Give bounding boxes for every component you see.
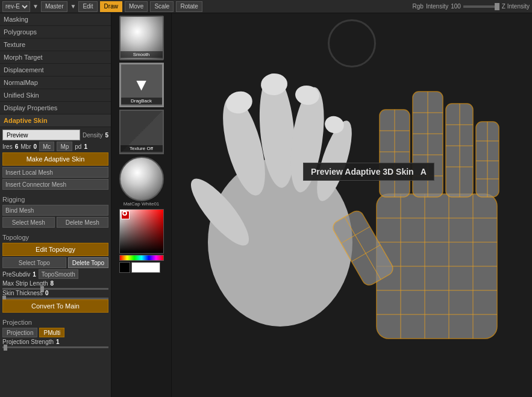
projection-btn[interactable]: Projection (2, 328, 37, 337)
adaptive-skin-title: Adaptive Skin (0, 114, 111, 127)
main-area: Masking Polygroups Texture Morph Target … (0, 13, 532, 397)
sidebar: Masking Polygroups Texture Morph Target … (0, 13, 111, 397)
insert-connector-mesh-btn[interactable]: Insert Connector Mesh (2, 179, 108, 190)
draw-btn[interactable]: Draw (100, 1, 122, 12)
bw-row (119, 262, 164, 273)
make-adaptive-skin-btn[interactable]: Make Adaptive Skin (2, 152, 108, 166)
toposmooth-btn[interactable]: TopoSmooth (39, 269, 78, 279)
ires-row: Ires 6 Mbr 0 Mc Mp pd 1 (2, 142, 108, 151)
center-panel: Smooth ▼ DragBack Texture Off MatCap Whi… (111, 13, 172, 397)
edit-topology-btn[interactable]: Edit Topology (2, 243, 108, 256)
projection-section: Projection Projection PMulti Projection … (0, 316, 111, 351)
convert-to-main-btn[interactable]: Convert To Main (2, 299, 108, 313)
presubdiv-row: PreSubdiv 1 TopoSmooth (2, 269, 108, 279)
proj-strength-slider[interactable] (2, 346, 108, 348)
mesh-btn-row: Select Mesh Delete Mesh (2, 217, 108, 228)
sidebar-item-morph-target[interactable]: Morph Target (0, 51, 111, 64)
move-btn[interactable]: Move (125, 1, 148, 12)
matcap-thumb-wrap[interactable]: MatCap White01 (119, 157, 164, 207)
color-cursor (122, 211, 127, 216)
delete-mesh-btn[interactable]: Delete Mesh (57, 217, 109, 228)
pmulti-btn[interactable]: PMulti (39, 328, 64, 337)
preview-btn[interactable]: Preview (2, 130, 80, 140)
sidebar-item-display-properties[interactable]: Display Properties (0, 102, 111, 114)
color-picker (119, 209, 164, 273)
dragback-label: DragBack (121, 98, 162, 104)
smooth-material-thumb[interactable]: Smooth (119, 16, 164, 60)
ires-label: Ires (2, 143, 13, 150)
hue-slider[interactable] (119, 255, 164, 261)
density-label: Density (83, 132, 102, 139)
edit-btn[interactable]: Edit (78, 1, 97, 12)
intensity-value: 100 (451, 3, 461, 10)
sidebar-item-texture[interactable]: Texture (0, 39, 111, 51)
hand-mesh-render (172, 13, 532, 397)
proj-btn-row: Projection PMulti (2, 328, 108, 337)
topo-row: Select Topo Delete Topo (2, 257, 108, 268)
rgb-label: Rgb (413, 3, 424, 10)
rigging-title: Rigging (2, 196, 108, 203)
topology-section: Topology Edit Topology Select Topo Delet… (0, 231, 111, 316)
bind-mesh-btn[interactable]: Bind Mesh (2, 205, 108, 216)
white-swatch[interactable] (131, 262, 160, 273)
viewport-tooltip: Preview Adaptive 3D Skin A (303, 163, 434, 181)
proj-strength-slider-wrap (2, 346, 108, 348)
black-swatch[interactable] (119, 262, 130, 273)
density-value: 5 (105, 132, 108, 139)
rigging-section: Rigging Bind Mesh Select Mesh Delete Mes… (0, 193, 111, 231)
delete-topo-btn[interactable]: Delete Topo (68, 257, 108, 268)
viewport[interactable]: Preview Adaptive 3D Skin A (172, 13, 532, 397)
tooltip-hotkey: A (421, 167, 427, 177)
adaptive-skin-section: Preview Density 5 Ires 6 Mbr 0 Mc Mp pd … (0, 127, 111, 193)
mp-btn[interactable]: Mp (57, 142, 72, 151)
sidebar-item-unified-skin[interactable]: Unified Skin (0, 89, 111, 102)
sidebar-item-polygroups[interactable]: Polygroups (0, 26, 111, 39)
sidebar-item-masking[interactable]: Masking (0, 13, 111, 26)
intensity-slider[interactable] (463, 5, 499, 8)
color-picker-main[interactable] (119, 209, 164, 254)
smooth-label: Smooth (120, 51, 163, 58)
matcap-label: MatCap White01 (119, 201, 164, 207)
dragback-material-thumb[interactable]: ▼ DragBack (119, 63, 164, 107)
select-mesh-btn[interactable]: Select Mesh (2, 217, 55, 228)
select-topo-btn[interactable]: Select Topo (2, 257, 66, 268)
sidebar-item-normalmap[interactable]: NormalMap (0, 77, 111, 89)
texture-off-label: Texture Off (120, 145, 163, 152)
ires-value: 6 (15, 143, 19, 150)
tooltip-text: Preview Adaptive 3D Skin (311, 167, 414, 177)
texture-off-thumb[interactable]: Texture Off (119, 110, 164, 154)
projection-title: Projection (2, 319, 108, 326)
sidebar-item-displacement[interactable]: Displacement (0, 64, 111, 77)
smooth-thumb-img[interactable]: Smooth (119, 16, 164, 60)
dragback-arrow-icon: ▼ (133, 75, 150, 95)
pd-label: pd (75, 143, 81, 150)
wireframe-hand (331, 92, 499, 339)
presubdiv-value: 1 (33, 271, 36, 278)
topology-title: Topology (2, 234, 108, 241)
rev-select[interactable]: rev-E (2, 1, 30, 12)
rotate-btn[interactable]: Rotate (176, 1, 202, 12)
intensity-label: Intensity (426, 3, 448, 10)
scale-btn[interactable]: Scale (150, 1, 174, 12)
mbr-label: Mbr (20, 143, 31, 150)
z-intensity-label: Z Intensity (502, 3, 530, 10)
top-toolbar: rev-E ▼ Master ▼ Edit Draw Move Scale Ro… (0, 0, 532, 13)
insert-local-mesh-btn[interactable]: Insert Local Mesh (2, 167, 108, 178)
presubdiv-label: PreSubdiv (2, 271, 30, 278)
sculpt-hand (183, 72, 359, 327)
mc-btn[interactable]: Mc (39, 142, 54, 151)
pd-value: 1 (84, 143, 87, 150)
matcap-thumb-img[interactable] (119, 157, 164, 201)
master-btn[interactable]: Master (41, 1, 68, 12)
mbr-value: 0 (33, 143, 37, 150)
